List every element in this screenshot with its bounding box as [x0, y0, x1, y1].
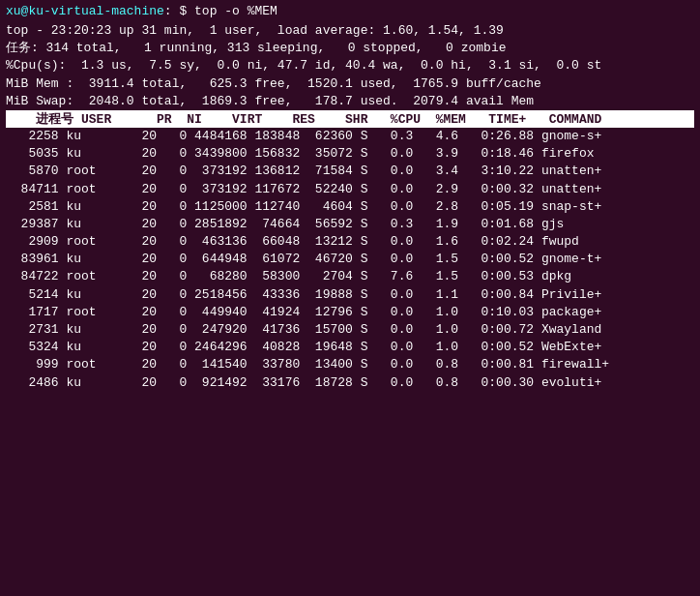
table-row: 5324 ku 20 0 2464296 40828 19648 S 0.0 1…: [6, 339, 694, 356]
command-prompt-line: xu@ku-virtual-machine: $ top -o %MEM: [6, 4, 694, 18]
prompt-command: top -o %MEM: [187, 4, 277, 18]
table-row: 5214 ku 20 0 2518456 43336 19888 S 0.0 1…: [6, 286, 694, 304]
info-line: top - 23:20:23 up 31 min, 1 user, load a…: [6, 22, 694, 40]
info-line: MiB Mem : 3911.4 total, 625.3 free, 1520…: [6, 75, 694, 93]
info-line: 任务: 314 total, 1 running, 313 sleeping, …: [6, 40, 694, 57]
table-row: 84711 root 20 0 373192 117672 52240 S 0.…: [6, 181, 694, 198]
info-lines-container: top - 23:20:23 up 31 min, 1 user, load a…: [6, 22, 694, 110]
table-row: 1717 root 20 0 449940 41924 12796 S 0.0 …: [6, 304, 694, 321]
process-table: 2258 ku 20 0 4484168 183848 62360 S 0.3 …: [6, 128, 694, 392]
table-row: 83961 ku 20 0 644948 61072 46720 S 0.0 1…: [6, 251, 694, 268]
table-row: 29387 ku 20 0 2851892 74664 56592 S 0.3 …: [6, 216, 694, 233]
table-row: 2258 ku 20 0 4484168 183848 62360 S 0.3 …: [6, 128, 694, 145]
info-line: %Cpu(s): 1.3 us, 7.5 sy, 0.0 ni, 47.7 id…: [6, 57, 694, 74]
table-row: 2486 ku 20 0 921492 33176 18728 S 0.0 0.…: [6, 374, 694, 392]
terminal-window: xu@ku-virtual-machine: $ top -o %MEM top…: [0, 0, 700, 396]
table-header: 进程号 USER PR NI VIRT RES SHR %CPU %MEM TI…: [6, 110, 694, 128]
info-line: MiB Swap: 2048.0 total, 1869.3 free, 178…: [6, 93, 694, 110]
table-row: 2731 ku 20 0 247920 41736 15700 S 0.0 1.…: [6, 321, 694, 339]
table-row: 5035 ku 20 0 3439800 156832 35072 S 0.0 …: [6, 145, 694, 163]
prompt-separator: :: [164, 4, 172, 18]
prompt-user: xu@ku-virtual-machine: [6, 4, 164, 18]
table-row: 999 root 20 0 141540 33780 13400 S 0.0 0…: [6, 356, 694, 373]
table-row: 2581 ku 20 0 1125000 112740 4604 S 0.0 2…: [6, 198, 694, 216]
table-row: 84722 root 20 0 68280 58300 2704 S 7.6 1…: [6, 268, 694, 285]
table-row: 5870 root 20 0 373192 136812 71584 S 0.0…: [6, 163, 694, 180]
table-row: 2909 root 20 0 463136 66048 13212 S 0.0 …: [6, 233, 694, 251]
